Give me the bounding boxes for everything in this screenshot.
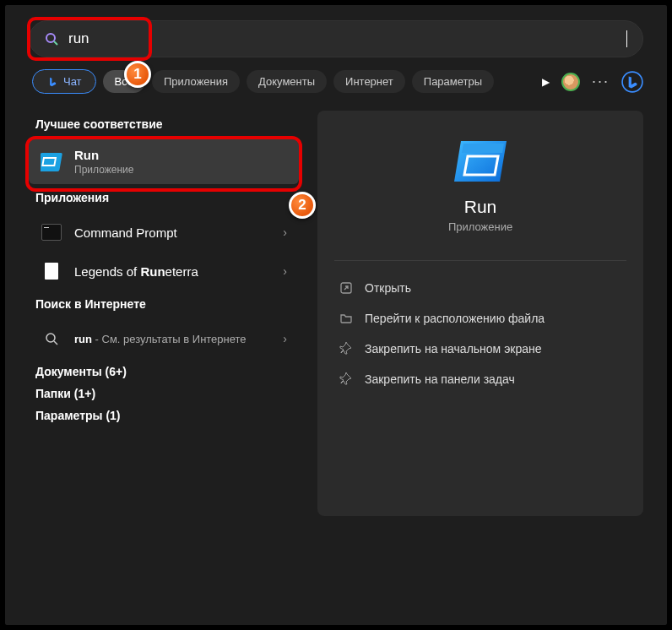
result-legends-of-runeterra[interactable]: Legends of Runeterra › — [29, 252, 299, 291]
separator — [334, 260, 626, 261]
svg-point-2 — [622, 72, 642, 92]
search-icon — [41, 328, 62, 350]
folder-icon — [339, 312, 353, 325]
more-icon[interactable]: ··· — [592, 73, 610, 90]
section-best-match: Лучшее соответствие — [35, 117, 299, 131]
action-label: Закрепить на начальном экране — [365, 342, 542, 356]
section-parameters[interactable]: Параметры (1) — [35, 409, 299, 422]
best-match-wrap: Run Приложение — [29, 139, 299, 184]
pin-icon — [339, 342, 353, 356]
chevron-right-icon: › — [283, 332, 287, 345]
preview-icon — [334, 141, 626, 182]
section-documents[interactable]: Документы (6+) — [35, 365, 299, 378]
annotation-badge-1: 1 — [124, 61, 151, 88]
result-web-run[interactable]: run - См. результаты в Интернете › — [29, 319, 299, 358]
result-title: run - См. результаты в Интернете — [74, 333, 247, 345]
user-avatar[interactable] — [561, 73, 580, 91]
run-icon — [41, 151, 62, 173]
result-run[interactable]: Run Приложение — [29, 139, 299, 184]
search-container: run — [29, 20, 643, 57]
result-title: Command Prompt — [74, 225, 177, 240]
action-file-location[interactable]: Перейти к расположению файла — [334, 303, 626, 334]
section-web-search: Поиск в Интернете — [35, 297, 299, 311]
chip-label: Чат — [63, 75, 82, 88]
bing-chat-icon[interactable] — [621, 71, 643, 93]
svg-point-5 — [46, 334, 55, 342]
svg-rect-4 — [42, 158, 56, 166]
svg-line-1 — [54, 41, 57, 45]
search-bar[interactable]: run — [29, 20, 643, 57]
result-title: Legends of Runeterra — [74, 264, 198, 279]
preview-panel: Run Приложение Открыть Перейти к располо… — [317, 111, 643, 516]
result-title: Run — [74, 148, 133, 162]
svg-line-6 — [54, 341, 57, 345]
chevron-right-icon: › — [283, 225, 287, 239]
document-icon — [41, 260, 62, 282]
svg-point-0 — [46, 34, 55, 42]
open-icon — [339, 281, 353, 295]
annotation-badge-2: 2 — [289, 192, 316, 219]
action-label: Перейти к расположению файла — [365, 312, 545, 325]
search-icon — [45, 32, 58, 46]
cmd-icon — [41, 221, 62, 243]
chip-settings[interactable]: Параметры — [412, 70, 494, 93]
scroll-right-icon[interactable]: ▶ — [542, 76, 550, 88]
chip-chat[interactable]: Чат — [32, 69, 96, 94]
result-subtitle: Приложение — [74, 164, 133, 176]
filter-chips-row: Чат Все Приложения Документы Интернет Па… — [29, 69, 643, 94]
action-open[interactable]: Открыть — [334, 273, 626, 303]
preview-subtitle: Приложение — [334, 220, 626, 233]
action-label: Закрепить на панели задач — [365, 372, 515, 386]
preview-title: Run — [334, 197, 626, 217]
pin-icon — [339, 372, 353, 386]
section-applications: Приложения — [35, 191, 299, 204]
section-folders[interactable]: Папки (1+) — [35, 387, 299, 400]
action-pin-taskbar[interactable]: Закрепить на панели задач — [334, 364, 626, 394]
text-cursor — [626, 30, 627, 47]
chip-docs[interactable]: Документы — [247, 70, 327, 93]
action-pin-start[interactable]: Закрепить на начальном экране — [334, 334, 626, 364]
chip-internet[interactable]: Интернет — [333, 70, 405, 93]
chip-apps[interactable]: Приложения — [152, 70, 240, 93]
result-command-prompt[interactable]: Command Prompt › — [29, 213, 299, 252]
chevron-right-icon: › — [283, 264, 287, 278]
search-input[interactable]: run — [68, 30, 628, 47]
bing-icon — [46, 76, 58, 88]
action-label: Открыть — [365, 281, 411, 295]
results-column: Лучшее соответствие Run Приложение — [29, 111, 299, 516]
